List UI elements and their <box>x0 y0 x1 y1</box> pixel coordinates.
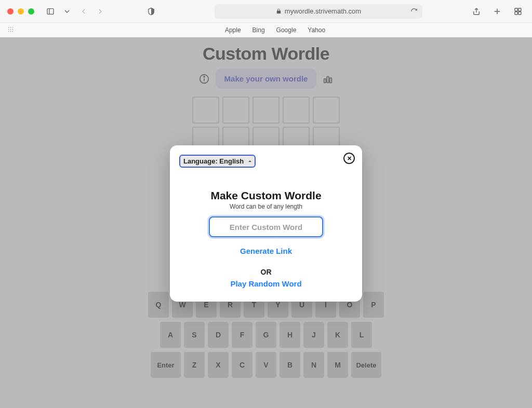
svg-rect-0 <box>47 8 54 14</box>
window-controls <box>7 8 34 15</box>
svg-point-16 <box>12 31 13 32</box>
forward-button[interactable] <box>94 5 107 18</box>
or-separator: OR <box>179 268 353 276</box>
generate-link-button[interactable]: Generate Link <box>179 247 353 255</box>
favorites-bar: Apple Bing Google Yahoo <box>0 23 532 37</box>
play-random-word-link[interactable]: Play Random Word <box>179 279 353 288</box>
sidebar-toggle-button[interactable] <box>44 5 57 18</box>
address-bar[interactable]: mywordle.strivemath.com <box>215 4 422 19</box>
custom-word-input[interactable] <box>209 216 323 237</box>
new-tab-button[interactable] <box>490 5 504 18</box>
share-button[interactable] <box>470 5 483 18</box>
svg-point-11 <box>8 29 9 30</box>
url-text: mywordle.strivemath.com <box>285 7 361 15</box>
svg-rect-7 <box>518 11 521 14</box>
svg-point-12 <box>10 29 11 30</box>
svg-point-10 <box>12 26 13 28</box>
fullscreen-window-button[interactable] <box>28 8 34 15</box>
language-select-wrap: Language: English <box>179 155 256 168</box>
favorite-bing[interactable]: Bing <box>252 26 265 34</box>
modal-subtitle: Word can be of any length <box>179 203 353 210</box>
minimize-window-button[interactable] <box>18 8 24 15</box>
svg-point-15 <box>10 31 11 32</box>
close-window-button[interactable] <box>7 8 14 15</box>
browser-toolbar: mywordle.strivemath.com <box>0 0 532 23</box>
favorite-apple[interactable]: Apple <box>225 26 241 34</box>
apps-grid-icon[interactable] <box>7 26 14 34</box>
svg-point-14 <box>8 31 9 32</box>
modal-overlay[interactable]: Language: English ✕ Make Custom Wordle W… <box>0 37 532 408</box>
svg-point-8 <box>8 26 9 28</box>
modal-title: Make Custom Wordle <box>179 189 353 202</box>
lock-icon <box>276 8 282 14</box>
svg-point-13 <box>12 29 13 30</box>
svg-point-9 <box>10 26 11 28</box>
tab-overview-button[interactable] <box>511 5 525 18</box>
modal-close-button[interactable]: ✕ <box>343 153 355 164</box>
svg-rect-4 <box>515 8 517 11</box>
tab-groups-dropdown[interactable] <box>60 5 74 18</box>
custom-wordle-modal: Language: English ✕ Make Custom Wordle W… <box>170 145 362 302</box>
svg-rect-6 <box>515 11 517 14</box>
page-content: Custom Wordle Make your own wordle <box>0 37 532 408</box>
favorites-links: Apple Bing Google Yahoo <box>225 26 325 34</box>
close-icon: ✕ <box>347 155 352 162</box>
favorite-yahoo[interactable]: Yahoo <box>308 26 325 34</box>
svg-rect-5 <box>518 8 521 11</box>
reload-button[interactable] <box>409 6 419 17</box>
back-button[interactable] <box>77 5 90 18</box>
privacy-shield-button[interactable] <box>144 5 158 18</box>
favorite-google[interactable]: Google <box>276 26 297 34</box>
language-select[interactable]: Language: English <box>179 155 256 168</box>
